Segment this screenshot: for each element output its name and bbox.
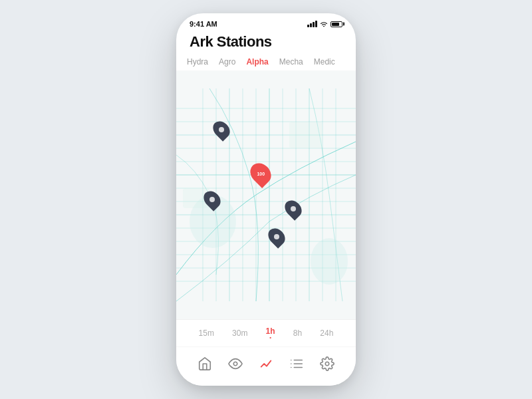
map-pin-2[interactable]	[205, 190, 219, 209]
pin-inner-4	[291, 206, 296, 211]
gear-icon	[320, 356, 334, 371]
trend-icon	[259, 356, 273, 371]
time-30m[interactable]: 30m	[232, 329, 247, 338]
wifi-icon	[320, 21, 328, 27]
svg-rect-30	[289, 122, 323, 148]
map-pin-1[interactable]	[214, 120, 229, 139]
eye-icon	[228, 356, 243, 371]
battery-icon	[331, 21, 342, 27]
status-time: 9:41 AM	[190, 20, 217, 28]
phone-shell: 9:41 AM Ark Stations Hydra Agro Alpha Me…	[176, 13, 356, 386]
app-header: Ark Stations	[176, 31, 356, 56]
time-8h[interactable]: 8h	[293, 329, 302, 338]
svg-point-0	[323, 26, 325, 27]
map-pin-5[interactable]	[269, 227, 284, 246]
nav-settings[interactable]	[317, 354, 337, 374]
signal-icon	[307, 21, 317, 27]
nav-discover[interactable]	[225, 354, 245, 374]
svg-point-31	[233, 362, 237, 366]
svg-point-38	[325, 362, 329, 366]
list-icon	[289, 356, 304, 371]
pin-inner-2	[209, 197, 215, 202]
time-15m[interactable]: 15m	[199, 329, 214, 338]
pin-label-3: 100	[257, 172, 265, 176]
tab-medic[interactable]: Medic	[314, 56, 335, 68]
status-icons	[307, 21, 342, 27]
tab-alpha[interactable]: Alpha	[246, 56, 268, 68]
svg-point-28	[311, 238, 348, 285]
bottom-nav	[176, 346, 356, 386]
nav-list[interactable]	[287, 354, 307, 374]
nav-trend[interactable]	[256, 354, 276, 374]
map-pin-3[interactable]: 100	[251, 162, 270, 185]
time-24h[interactable]: 24h	[320, 329, 333, 338]
status-bar: 9:41 AM	[176, 13, 356, 31]
pin-inner-1	[219, 127, 224, 132]
time-selector: 15m 30m 1h 8h 24h	[176, 319, 356, 346]
tab-hydra[interactable]: Hydra	[187, 56, 208, 68]
map-area[interactable]: 100	[176, 70, 356, 319]
tab-bar: Hydra Agro Alpha Mecha Medic	[176, 56, 356, 68]
nav-home[interactable]	[195, 354, 215, 374]
map-pin-4[interactable]	[286, 200, 301, 218]
pin-inner-5	[274, 234, 279, 239]
app-title: Ark Stations	[190, 33, 342, 51]
time-1h[interactable]: 1h	[266, 327, 275, 340]
tab-agro[interactable]: Agro	[219, 56, 235, 68]
home-icon	[198, 356, 212, 371]
tab-mecha[interactable]: Mecha	[279, 56, 303, 68]
